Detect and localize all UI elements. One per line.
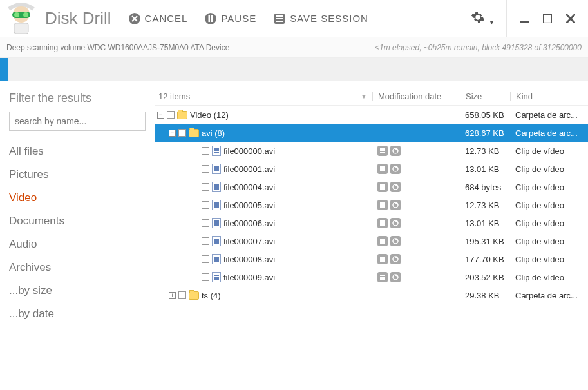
- collapse-icon[interactable]: −: [169, 130, 176, 137]
- list-view-icon[interactable]: [377, 182, 388, 192]
- filter-archives[interactable]: Archives: [9, 256, 146, 279]
- table-row[interactable]: +ts (4)29.38 KBCarpeta de arc...: [155, 286, 588, 304]
- filter-pictures[interactable]: Pictures: [9, 163, 146, 186]
- file-icon: [212, 182, 221, 192]
- svg-rect-19: [380, 166, 385, 168]
- list-view-icon[interactable]: [377, 254, 388, 264]
- list-view-icon[interactable]: [377, 272, 388, 282]
- checkbox[interactable]: [202, 255, 209, 263]
- filter-bydate[interactable]: ...by date: [9, 302, 146, 326]
- table-row[interactable]: −avi (8)628.67 KBCarpeta de arc...: [155, 124, 588, 142]
- table-row[interactable]: file000008.avi177.70 KBClip de vídeo: [155, 250, 588, 268]
- table-row[interactable]: file000005.avi12.73 KBClip de vídeo: [155, 196, 588, 214]
- column-size[interactable]: Size: [460, 92, 510, 101]
- preview-icon[interactable]: [390, 254, 401, 264]
- folder-icon: [189, 291, 199, 300]
- app-logo: [5, 3, 37, 35]
- search-input[interactable]: [9, 112, 146, 131]
- table-row[interactable]: file000004.avi684 bytesClip de vídeo: [155, 178, 588, 196]
- checkbox[interactable]: [202, 201, 209, 209]
- column-name[interactable]: 12 items ▼: [155, 92, 372, 101]
- status-right: <1m elapsed, ~0h25m remain, block 491532…: [375, 43, 582, 52]
- item-name: file000005.avi: [223, 200, 275, 210]
- checkbox[interactable]: [167, 111, 175, 119]
- list-view-icon[interactable]: [377, 200, 388, 210]
- save-session-button[interactable]: SAVE SESSION: [273, 12, 368, 25]
- list-view-icon[interactable]: [377, 164, 388, 174]
- checkbox[interactable]: [178, 291, 186, 299]
- table-row[interactable]: file000009.avi203.52 KBClip de vídeo: [155, 268, 588, 286]
- checkbox[interactable]: [202, 219, 209, 227]
- expand-icon[interactable]: +: [169, 292, 176, 299]
- checkbox[interactable]: [202, 147, 209, 155]
- list-view-icon[interactable]: [377, 236, 388, 246]
- svg-point-6: [205, 13, 216, 24]
- checkbox[interactable]: [202, 237, 209, 245]
- list-view-icon[interactable]: [377, 218, 388, 228]
- list-view-icon[interactable]: [377, 146, 388, 156]
- settings-button[interactable]: ▼: [471, 10, 495, 26]
- cancel-button[interactable]: CANCEL: [128, 12, 188, 25]
- pause-button[interactable]: PAUSE: [204, 12, 256, 25]
- filter-bysize[interactable]: ...by size: [9, 279, 146, 302]
- item-name: Video (12): [190, 110, 229, 120]
- preview-icon[interactable]: [390, 236, 401, 246]
- maximize-button[interactable]: [542, 13, 553, 24]
- table-row[interactable]: file000001.avi13.01 KBClip de vídeo: [155, 160, 588, 178]
- table-row[interactable]: −Video (12)658.05 KBCarpeta de arc...: [155, 106, 588, 124]
- svg-rect-16: [380, 150, 385, 151]
- svg-rect-29: [380, 206, 385, 208]
- table-row[interactable]: file000000.avi12.73 KBClip de vídeo: [155, 142, 588, 160]
- minimize-button[interactable]: [518, 13, 530, 24]
- checkbox[interactable]: [202, 273, 209, 281]
- item-kind: Clip de vídeo: [510, 255, 588, 264]
- status-left: Deep scanning volume WDC WD1600AAJS-75M0…: [6, 43, 229, 52]
- file-icon: [212, 272, 221, 282]
- svg-rect-27: [380, 202, 385, 204]
- status-bar: Deep scanning volume WDC WD1600AAJS-75M0…: [0, 37, 588, 58]
- table-row[interactable]: file000006.avi13.01 KBClip de vídeo: [155, 214, 588, 232]
- filter-all[interactable]: All files: [9, 140, 146, 163]
- item-kind: Clip de vídeo: [510, 146, 588, 156]
- svg-rect-28: [380, 204, 385, 206]
- svg-rect-13: [520, 21, 529, 23]
- filter-documents[interactable]: Documents: [9, 210, 146, 233]
- item-size: 13.01 KB: [460, 164, 510, 174]
- checkbox[interactable]: [202, 183, 209, 191]
- item-size: 203.52 KB: [460, 273, 510, 282]
- file-icon: [212, 200, 221, 210]
- svg-rect-23: [380, 184, 385, 186]
- filter-audio[interactable]: Audio: [9, 233, 146, 256]
- checkbox[interactable]: [178, 129, 186, 137]
- table-row[interactable]: file000007.avi195.31 KBClip de vídeo: [155, 232, 588, 250]
- preview-icon[interactable]: [390, 200, 401, 210]
- checkbox[interactable]: [202, 165, 209, 173]
- file-icon: [212, 218, 221, 228]
- filter-video[interactable]: Video: [9, 186, 146, 210]
- collapse-icon[interactable]: −: [157, 112, 164, 119]
- preview-icon[interactable]: [390, 218, 401, 228]
- column-headers: 12 items ▼ Modification date Size Kind: [155, 88, 588, 106]
- item-size: 12.73 KB: [460, 146, 510, 156]
- svg-rect-14: [543, 14, 552, 23]
- file-icon: [212, 146, 221, 156]
- svg-rect-21: [380, 170, 385, 171]
- svg-rect-15: [380, 148, 385, 150]
- preview-icon[interactable]: [390, 146, 401, 156]
- column-kind[interactable]: Kind: [510, 92, 588, 101]
- active-tab-indicator[interactable]: [0, 58, 8, 81]
- svg-rect-37: [380, 242, 385, 244]
- svg-rect-24: [380, 186, 385, 188]
- item-kind: Clip de vídeo: [510, 237, 588, 246]
- preview-icon[interactable]: [390, 164, 401, 174]
- close-button[interactable]: [565, 13, 576, 24]
- sidebar: Filter the results All files Pictures Vi…: [0, 81, 155, 390]
- titlebar: Disk Drill CANCEL PAUSE SAVE SESSION ▼: [0, 0, 588, 37]
- svg-rect-39: [380, 257, 385, 258]
- preview-icon[interactable]: [390, 272, 401, 282]
- column-modification[interactable]: Modification date: [372, 92, 460, 101]
- svg-rect-35: [380, 239, 385, 240]
- item-name: file000004.avi: [223, 182, 275, 192]
- item-kind: Clip de vídeo: [510, 182, 588, 192]
- preview-icon[interactable]: [390, 182, 401, 192]
